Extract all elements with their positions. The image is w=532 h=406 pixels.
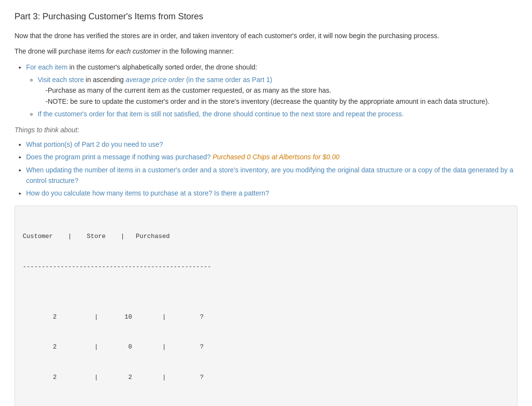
- sub-dash-1: -Purchase as many of the current item as…: [45, 85, 518, 96]
- main-list: For each item in the customer's alphabet…: [26, 62, 518, 120]
- think3-prefix: When updating the number of items in a c…: [26, 166, 513, 174]
- sub-dash-2: -NOTE: be sure to update the customer's …: [45, 96, 518, 107]
- think3-blue: control structure: [26, 177, 74, 184]
- sub-bullet1-rest: in ascending: [84, 76, 125, 84]
- table-separator: ----------------------------------------…: [23, 262, 509, 272]
- table-rows: 2 | 10 | ? 2 | 0 | ? 2 | 2 | ?: [23, 292, 509, 403]
- sub-bullet1-italic: average price order: [126, 76, 184, 84]
- intro2-text: The drone will purchase items: [14, 47, 106, 55]
- intro2-rest: in the following manner:: [160, 47, 234, 55]
- think3-end: ?: [74, 177, 78, 184]
- sub-bullet-2: If the customer's order for that item is…: [38, 109, 518, 119]
- think2-prefix: Does the program print a message if noth…: [26, 153, 213, 161]
- intro2-italic: for each customer: [106, 47, 160, 55]
- sub-bullet1-end: (in the same order as Part 1): [184, 76, 272, 84]
- bullet1-rest: in the customer's alphabetically sorted …: [68, 63, 258, 71]
- sub-bullet1-prefix: Visit each store: [38, 76, 84, 84]
- table-row: 2 | 0 | ?: [23, 342, 509, 352]
- sub-bullet2-text: If the customer's order for that item is…: [38, 110, 404, 118]
- table-block: Customer | Store | Purchased -----------…: [14, 206, 518, 406]
- think-item-4: How do you calculate how many items to p…: [26, 188, 518, 198]
- think4-text: How do you calculate how many items to p…: [26, 189, 269, 197]
- think1-text: What portion(s) of Part 2 do you need to…: [26, 140, 163, 148]
- sub-bullet-1: Visit each store in ascending average pr…: [38, 74, 518, 107]
- table-row: 2 | 2 | ?: [23, 373, 509, 383]
- main-list-item-1: For each item in the customer's alphabet…: [26, 62, 518, 120]
- think-item-2: Does the program print a message if noth…: [26, 152, 518, 162]
- sub-list: Visit each store in ascending average pr…: [38, 74, 518, 120]
- bullet1-prefix: For each item: [26, 63, 68, 71]
- think-item-1: What portion(s) of Part 2 do you need to…: [26, 139, 518, 150]
- think-item-3: When updating the number of items in a c…: [26, 165, 518, 186]
- table-header: Customer | Store | Purchased: [23, 232, 509, 242]
- intro-paragraph-1: Now that the drone has verified the stor…: [14, 30, 518, 41]
- think2-italic: Purchased 0 Chips at Albertsons for $0.0…: [213, 153, 340, 161]
- think-list: What portion(s) of Part 2 do you need to…: [26, 139, 518, 199]
- page-title: Part 3: Purchasing Customer's Items from…: [14, 10, 518, 24]
- sub-dash-items: -Purchase as many of the current item as…: [45, 85, 518, 107]
- table-row: 2 | 10 | ?: [23, 312, 509, 322]
- intro-paragraph-2: The drone will purchase items for each c…: [14, 46, 518, 56]
- things-heading: Things to think about:: [14, 125, 518, 135]
